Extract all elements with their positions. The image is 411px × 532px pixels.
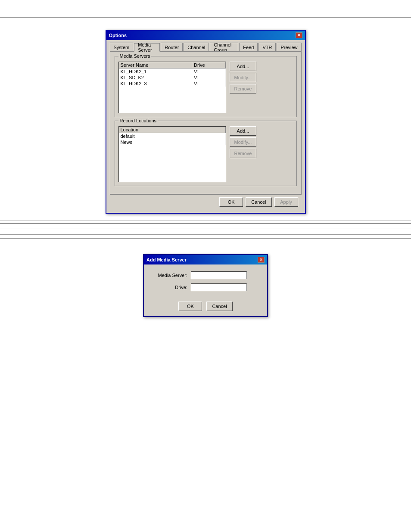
media-servers-title: Media Servers bbox=[118, 53, 152, 59]
server-name-3: KL_HDK2_3 bbox=[119, 81, 192, 87]
options-ok-button[interactable]: OK bbox=[219, 197, 243, 207]
add-media-server-cancel-button[interactable]: Cancel bbox=[206, 302, 232, 311]
media-servers-group: Media Servers Server Name Drive bbox=[115, 56, 297, 117]
location-1: default bbox=[119, 133, 226, 140]
media-servers-list[interactable]: Server Name Drive KL_HDK2_1 V: bbox=[118, 62, 226, 113]
add-media-server-body: Media Server: Drive: bbox=[144, 264, 267, 300]
media-server-field-row: Media Server: bbox=[151, 271, 260, 279]
server-row-1[interactable]: KL_HDK2_1 V: bbox=[119, 68, 226, 75]
add-media-server-dialog: Add Media Server ✕ Media Server: Drive: … bbox=[143, 254, 268, 317]
location-2: News bbox=[119, 139, 226, 145]
add-media-server-ok-button[interactable]: OK bbox=[178, 302, 202, 311]
server-name-2: KL_SD_K2 bbox=[119, 75, 192, 81]
media-server-input[interactable] bbox=[191, 271, 247, 279]
options-cancel-button[interactable]: Cancel bbox=[246, 197, 271, 207]
media-server-modify-button[interactable]: Modify... bbox=[230, 73, 257, 82]
options-dialog: Options ✕ System Media Server Router Cha… bbox=[106, 30, 306, 214]
location-add-button[interactable]: Add... bbox=[230, 126, 257, 136]
server-drive-2: V: bbox=[192, 75, 226, 81]
record-locations-buttons: Add... Modify... Remove bbox=[230, 126, 257, 158]
drive-field-label: Drive: bbox=[151, 285, 187, 290]
separator-rule-2 bbox=[0, 223, 411, 224]
tab-channel-group[interactable]: Channel Group bbox=[210, 43, 238, 51]
media-server-field-label: Media Server: bbox=[151, 273, 187, 278]
col-location: Location bbox=[119, 127, 226, 133]
add-media-server-close-button[interactable]: ✕ bbox=[258, 257, 265, 263]
server-drive-3: V: bbox=[192, 81, 226, 87]
tab-vtr[interactable]: VTR bbox=[258, 43, 276, 51]
server-row-3[interactable]: KL_HDK2_3 V: bbox=[119, 81, 226, 87]
add-media-server-title: Add Media Server bbox=[146, 257, 187, 262]
media-servers-buttons: Add... Modify... Remove bbox=[230, 62, 257, 93]
note-rule-3 bbox=[0, 238, 411, 239]
location-row-1[interactable]: default bbox=[119, 133, 226, 140]
record-locations-group: Record Locations Location bbox=[115, 121, 297, 186]
options-title: Options bbox=[109, 33, 127, 38]
options-apply-button[interactable]: Apply bbox=[274, 197, 298, 207]
record-locations-title: Record Locations bbox=[118, 118, 158, 123]
col-drive: Drive bbox=[192, 62, 226, 68]
options-dialog-footer: OK Cancel Apply bbox=[110, 194, 302, 209]
server-drive-1: V: bbox=[192, 68, 226, 75]
location-remove-button[interactable]: Remove bbox=[230, 149, 257, 158]
record-locations-list[interactable]: Location default News bbox=[118, 126, 226, 182]
location-modify-button[interactable]: Modify... bbox=[230, 137, 257, 147]
tab-content: Media Servers Server Name Drive bbox=[110, 51, 302, 194]
options-close-button[interactable]: ✕ bbox=[296, 32, 302, 38]
server-name-1: KL_HDK2_1 bbox=[119, 68, 192, 75]
note-rule-1 bbox=[0, 228, 411, 228]
tab-media-server[interactable]: Media Server bbox=[134, 43, 160, 52]
drive-input[interactable] bbox=[191, 283, 247, 291]
server-row-2[interactable]: KL_SD_K2 V: bbox=[119, 75, 226, 81]
location-row-2[interactable]: News bbox=[119, 139, 226, 145]
note-rule-2 bbox=[0, 234, 411, 235]
tab-system[interactable]: System bbox=[110, 43, 134, 51]
col-server-name: Server Name bbox=[119, 62, 192, 68]
tabs-bar: System Media Server Router Channel Chann… bbox=[110, 43, 302, 51]
add-media-server-titlebar: Add Media Server ✕ bbox=[144, 255, 267, 264]
media-server-remove-button[interactable]: Remove bbox=[230, 84, 257, 93]
media-server-add-button[interactable]: Add... bbox=[230, 62, 257, 71]
add-media-server-footer: OK Cancel bbox=[144, 300, 267, 316]
tab-channel[interactable]: Channel bbox=[184, 43, 209, 51]
tab-preview[interactable]: Preview bbox=[277, 43, 301, 51]
top-rule bbox=[0, 17, 411, 18]
options-titlebar: Options ✕ bbox=[106, 31, 305, 40]
separator-rule-1 bbox=[0, 221, 411, 221]
tab-feed[interactable]: Feed bbox=[239, 43, 258, 51]
tab-router[interactable]: Router bbox=[161, 43, 183, 51]
drive-field-row: Drive: bbox=[151, 283, 260, 291]
